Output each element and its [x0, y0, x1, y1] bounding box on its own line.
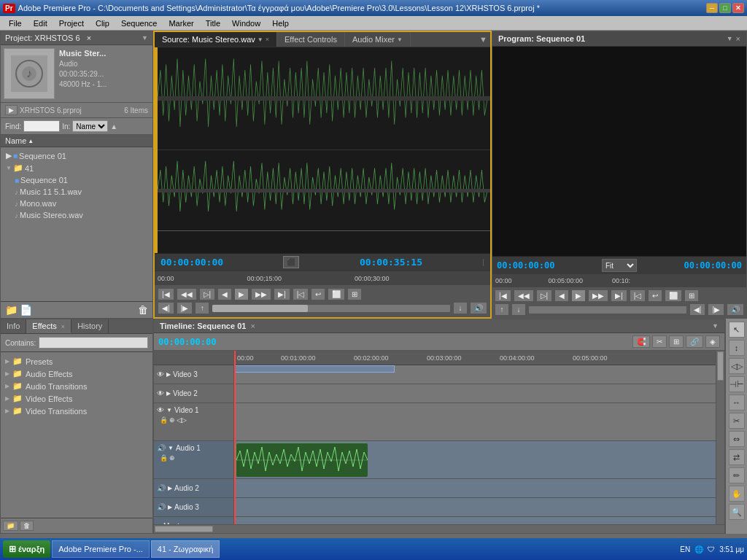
menu-window[interactable]: Window: [226, 18, 266, 29]
play-rev-button[interactable]: ◀: [217, 288, 232, 300]
maximize-button[interactable]: □: [719, 3, 731, 13]
tab-audio-mixer[interactable]: Audio Mixer ▼: [345, 32, 411, 47]
prog-lift[interactable]: ↑: [495, 303, 509, 316]
track-expand-icon[interactable]: ▶: [166, 390, 171, 397]
tree-item-sequence01-top[interactable]: ▶ ■ Sequence 01: [3, 149, 150, 162]
mark-in-button[interactable]: ⬛: [283, 256, 299, 268]
prog-fwd[interactable]: ▶▶: [588, 289, 608, 302]
vol-button[interactable]: 🔊: [470, 302, 487, 314]
tl-razor-btn[interactable]: ✂: [652, 335, 667, 348]
tab-source[interactable]: Source: Music Stereo.wav ▼ ×: [155, 32, 277, 47]
panel-menu-btn[interactable]: ▼: [142, 34, 148, 42]
tab-arrow-icon[interactable]: ▼: [258, 36, 263, 43]
track-audio-icon[interactable]: 🔊: [157, 444, 166, 452]
select-tool-button[interactable]: ↖: [729, 322, 745, 338]
track-row-audio2[interactable]: [234, 479, 716, 498]
prog-loop[interactable]: ↩: [648, 289, 662, 302]
track-lock-icon[interactable]: 🔒: [160, 416, 168, 424]
scrollbar-thumb-v[interactable]: [717, 351, 724, 381]
contains-input[interactable]: [39, 337, 148, 349]
track-eye-icon[interactable]: 👁: [157, 389, 164, 397]
prog-mark-out[interactable]: |◁: [630, 289, 646, 302]
track-expand-icon[interactable]: ▼: [168, 445, 174, 451]
play-button[interactable]: ▶: [234, 288, 249, 300]
name-column-header[interactable]: Name ▲: [1, 135, 152, 147]
prog-shuttle[interactable]: [528, 306, 687, 314]
slip-tool-button[interactable]: ⇔: [729, 431, 745, 447]
close-button[interactable]: ✕: [732, 3, 744, 13]
prog-play[interactable]: ▶: [571, 289, 586, 302]
timeline-close-icon[interactable]: ×: [250, 322, 255, 330]
effects-item-audio-transitions[interactable]: ▶ 📁 Audio Transitions: [2, 380, 151, 392]
tab-effects[interactable]: Effects ×: [26, 319, 71, 333]
tab-effect-controls[interactable]: Effect Controls: [277, 32, 345, 47]
tab-arrow-icon[interactable]: ▼: [397, 36, 403, 43]
tab-info[interactable]: Info: [1, 319, 26, 333]
play-button[interactable]: ▶: [5, 105, 18, 115]
delete-button[interactable]: 🗑: [138, 304, 148, 316]
track-row-video1[interactable]: [234, 403, 716, 441]
track-audio-icon[interactable]: 🔊: [157, 484, 166, 492]
rate-stretch-tool-button[interactable]: ↔: [729, 394, 745, 411]
find-input[interactable]: [23, 120, 60, 132]
mark-in-btn[interactable]: ▷|: [199, 288, 216, 300]
prog-extract[interactable]: ↓: [511, 303, 526, 316]
menu-clip[interactable]: Clip: [90, 18, 115, 29]
menu-marker[interactable]: Marker: [163, 18, 199, 29]
menu-help[interactable]: Help: [266, 18, 295, 29]
tree-item-musicstereo[interactable]: ♪ Music Stereo.wav: [3, 209, 150, 221]
hand-tool-button[interactable]: ✋: [729, 486, 745, 502]
prog-trim-next[interactable]: |▶: [708, 303, 724, 316]
back-button[interactable]: ◀◀: [177, 288, 197, 300]
tl-snap-btn[interactable]: 🧲: [632, 335, 650, 348]
tree-item-mono[interactable]: ♪ Mono.wav: [3, 198, 150, 209]
tab-effects-close-icon[interactable]: ×: [61, 323, 65, 330]
tab-history[interactable]: History: [71, 319, 109, 333]
prog-step-back[interactable]: |◀: [495, 289, 511, 302]
prog-back[interactable]: ◀◀: [514, 289, 534, 302]
track-eye-icon[interactable]: 👁: [157, 406, 164, 414]
track-row-audio1[interactable]: [234, 441, 716, 479]
scrollbar-thumb-h[interactable]: [155, 526, 213, 532]
play-fwd-button[interactable]: ▶▶: [251, 288, 271, 300]
start-button[interactable]: ⊞ έναρξη: [3, 540, 50, 558]
pen-tool-button[interactable]: ✏: [729, 467, 745, 483]
timeline-scrollbar-v[interactable]: [716, 351, 724, 524]
menu-edit[interactable]: Edit: [28, 18, 53, 29]
prog-output[interactable]: ⊞: [684, 289, 699, 302]
track-trim-icon[interactable]: ◁▷: [177, 416, 187, 424]
menu-file[interactable]: File: [3, 18, 28, 29]
track-sync-icon[interactable]: ⊕: [169, 454, 175, 462]
fit-select[interactable]: Fit 25% 50% 100%: [602, 259, 637, 272]
prog-safe[interactable]: ⬜: [665, 289, 682, 302]
mark-out-btn[interactable]: |◁: [293, 288, 309, 300]
track-expand-icon[interactable]: ▶: [168, 485, 172, 491]
tl-markers-btn[interactable]: ◈: [705, 335, 720, 348]
razor-tool-button[interactable]: ✂: [729, 413, 745, 429]
prog-vol[interactable]: 🔊: [727, 303, 744, 316]
extract-button[interactable]: ↓: [453, 302, 468, 314]
tree-item-music11[interactable]: ♪ Music 11 5.1.wav: [3, 186, 150, 198]
tree-item-sequence01-sub[interactable]: ■ Sequence 01: [3, 174, 150, 186]
prog-trim-prev[interactable]: ◀|: [689, 303, 706, 316]
program-close-icon[interactable]: ×: [736, 34, 740, 43]
prog-mark-in[interactable]: ▷|: [536, 289, 553, 302]
tab-close-icon[interactable]: ×: [266, 36, 269, 43]
jog-shuttle[interactable]: [212, 304, 451, 313]
prog-play-rev[interactable]: ◀: [554, 289, 569, 302]
step-fwd-button[interactable]: ▶|: [274, 288, 290, 300]
timeline-scrollbar-h[interactable]: [154, 524, 724, 533]
minimize-button[interactable]: ─: [706, 3, 718, 13]
panel-menu-icon[interactable]: ▼: [476, 32, 490, 47]
taskbar-item-premiere[interactable]: Adobe Premiere Pro -...: [52, 540, 150, 558]
track-row-master[interactable]: [234, 517, 716, 524]
track-expand-icon[interactable]: ▶: [166, 371, 171, 378]
in-select[interactable]: Name: [72, 120, 108, 132]
track-select-tool-button[interactable]: ↕: [729, 340, 745, 356]
menu-sequence[interactable]: Sequence: [115, 18, 163, 29]
zoom-tool-button[interactable]: 🔍: [729, 504, 745, 520]
track-lock-icon[interactable]: 🔒: [160, 454, 168, 462]
effects-item-video-transitions[interactable]: ▶ 📁 Video Transitions: [2, 405, 151, 417]
effects-item-presets[interactable]: ▶ 📁 Presets: [2, 355, 151, 368]
taskbar-item-41[interactable]: 41 - Ζωγραφική: [151, 540, 220, 558]
